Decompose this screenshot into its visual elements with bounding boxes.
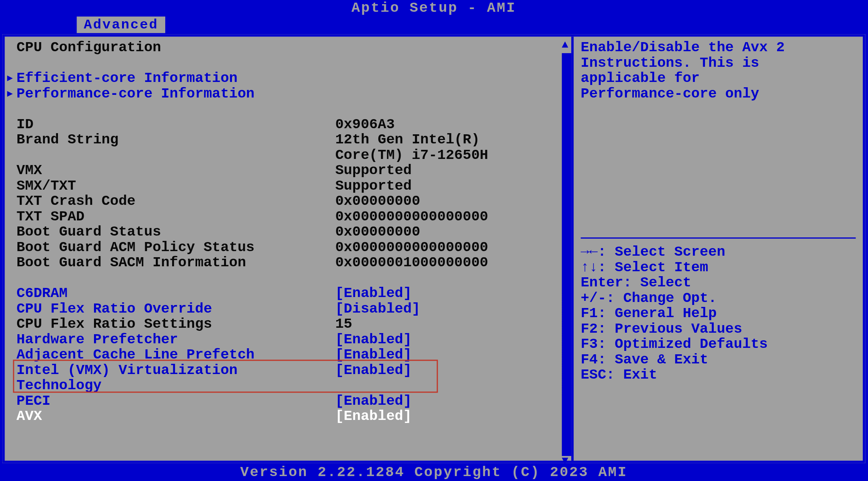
main-box: CPU Configuration Efficient-core Informa… [2,34,865,463]
info-label: TXT Crash Code [17,194,335,209]
help-line: Enable/Disable the Avx 2 [581,40,785,55]
help-divider [581,237,856,239]
info-value: Supported [335,178,566,193]
info-row: TXT Crash Code0x00000000 [17,194,567,209]
setting-label: PECI [17,393,335,409]
setting-value[interactable]: [Enabled] [335,332,566,347]
key-hints: →←: Select Screen ↑↓: Select Item Enter:… [581,241,856,383]
key-hint: Enter: Select [581,275,691,291]
info-value: 0x00000000 [335,225,566,240]
info-value: 0x0000001000000000 [335,255,566,270]
setting-row: CPU Flex Ratio Settings15 [17,317,567,332]
info-label: SMX/TXT [17,178,335,193]
section-title: CPU Configuration [17,40,335,55]
info-label: VMX [17,163,335,178]
info-label: Boot Guard Status [17,225,335,240]
setting-value[interactable]: [Enabled] [335,393,566,409]
help-line: applicable for [581,71,700,86]
setting-row[interactable]: C6DRAM[Enabled] [17,286,567,301]
bios-header: Aptio Setup - AMI [0,0,868,17]
right-panel: Enable/Disable the Avx 2 Instructions. T… [573,37,863,461]
key-hint: →←: Select Screen [581,245,725,260]
info-row: Core(TM) i7-12650H [17,148,567,163]
setting-label: CPU Flex Ratio Override [17,301,335,316]
setting-row[interactable]: CPU Flex Ratio Override[Disabled] [17,301,567,316]
left-panel: CPU Configuration Efficient-core Informa… [5,37,571,461]
submenu-ecore-info[interactable]: Efficient-core Information [17,71,335,86]
setting-row[interactable]: AVX[Enabled] [17,409,567,424]
setting-label: C6DRAM [17,286,335,301]
info-value: 0x0000000000000000 [335,209,566,224]
setting-value[interactable]: [Enabled] [335,347,566,363]
key-hint: +/-: Change Opt. [581,291,717,306]
info-label: Brand String [17,132,335,148]
setting-row[interactable]: Hardware Prefetcher[Enabled] [17,332,567,347]
info-label: Boot Guard ACM Policy Status [17,240,335,255]
info-label: TXT SPAD [17,209,335,224]
info-label: Boot Guard SACM Information [17,255,335,270]
key-hint: F2: Previous Values [581,321,742,336]
key-hint: F3: Optimized Defaults [581,336,768,352]
info-label [17,148,335,163]
info-value: 0x0000000000000000 [335,240,566,255]
scroll-up-icon[interactable]: ▲ [562,39,568,51]
info-value: Core(TM) i7-12650H [335,148,566,163]
info-row: Boot Guard Status0x00000000 [17,225,567,240]
info-value: 12th Gen Intel(R) [335,132,566,148]
setting-value[interactable]: [Enabled] [335,409,566,424]
setting-label-wrap: Technology [17,378,335,393]
key-hint: ESC: Exit [581,367,657,382]
setting-label: Hardware Prefetcher [17,332,335,347]
info-value: 0x00000000 [335,194,566,209]
info-row: Brand String12th Gen Intel(R) [17,132,567,148]
key-hint: ↑↓: Select Item [581,260,708,275]
setting-label: CPU Flex Ratio Settings [17,317,335,332]
help-text: Enable/Disable the Avx 2 Instructions. T… [581,40,856,235]
scroll-down-icon[interactable]: ▼ [562,455,568,467]
help-line: Performance-core only [581,86,759,101]
info-value: 0x906A3 [335,117,566,132]
setting-row[interactable]: PECI[Enabled] [17,393,567,409]
info-row: SMX/TXTSupported [17,178,567,193]
tab-advanced[interactable]: Advanced [77,17,165,33]
setting-value[interactable]: [Enabled] [335,286,566,301]
setting-row[interactable]: Intel (VMX) Virtualization[Enabled] [17,363,567,378]
setting-value[interactable]: [Disabled] [335,301,566,316]
setting-value[interactable]: [Enabled] [335,363,566,378]
info-row: Boot Guard SACM Information0x00000010000… [17,255,567,270]
info-row: VMXSupported [17,163,567,178]
scrollbar[interactable]: ▲ ▼ [562,53,571,456]
info-label: ID [17,117,335,132]
setting-label: AVX [17,409,335,424]
footer: Version 2.22.1284 Copyright (C) 2023 AMI [0,464,868,481]
setting-label: Adjacent Cache Line Prefetch [17,347,335,363]
help-line: Instructions. This is [581,55,759,71]
setting-row[interactable]: Adjacent Cache Line Prefetch[Enabled] [17,347,567,363]
info-value: Supported [335,163,566,178]
panel-divider: ▲ ▼ [571,37,573,461]
setting-label: Intel (VMX) Virtualization [17,363,335,378]
key-hint: F4: Save & Exit [581,352,708,367]
setting-row-wrap[interactable]: Technology [17,378,567,393]
info-row: TXT SPAD0x0000000000000000 [17,209,567,224]
tabbar: Advanced [0,17,868,33]
info-row: ID0x906A3 [17,117,567,132]
submenu-pcore-info[interactable]: Performance-core Information [17,86,335,101]
setting-value: 15 [335,317,566,332]
info-row: Boot Guard ACM Policy Status0x0000000000… [17,240,567,255]
key-hint: F1: General Help [581,306,717,321]
